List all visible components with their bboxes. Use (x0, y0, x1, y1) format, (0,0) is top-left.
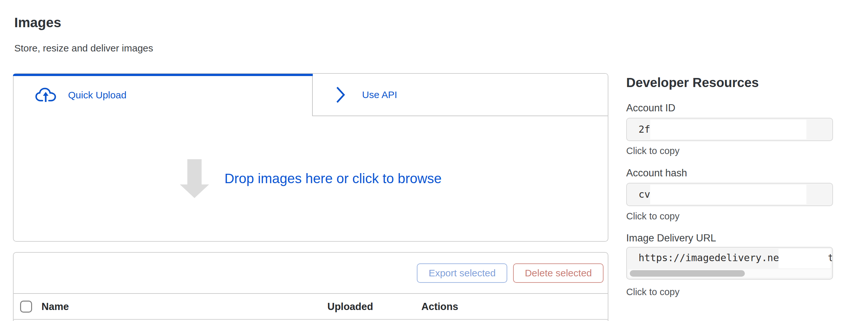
dropzone[interactable]: Drop images here or click to browse (13, 116, 608, 241)
upload-card: Quick Upload Use API Drop images here or… (13, 73, 609, 242)
column-header-name: Name (41, 294, 69, 320)
image-delivery-url-label: Image Delivery URL (626, 232, 716, 244)
select-all-checkbox[interactable] (20, 300, 32, 313)
list-toolbar: Export selected Delete selected (13, 253, 608, 294)
column-header-uploaded: Uploaded (328, 294, 373, 320)
image-list-card: Export selected Delete selected Name Upl… (13, 252, 609, 321)
url-horizontal-scrollbar[interactable] (628, 269, 831, 278)
redaction-overlay (650, 185, 806, 204)
account-hash-label: Account hash (626, 167, 687, 179)
chevron-right-icon (336, 86, 346, 104)
redaction-overlay (779, 249, 831, 268)
table-header-row: Name Uploaded Actions (13, 294, 608, 320)
delete-selected-button[interactable]: Delete selected (513, 263, 603, 283)
account-hash-copy-hint: Click to copy (626, 211, 679, 222)
account-hash-copybox[interactable]: cv0J (626, 183, 833, 206)
page-title: Images (14, 15, 61, 30)
active-tab-indicator (13, 74, 313, 76)
arrow-down-icon (180, 159, 209, 198)
account-id-copy-hint: Click to copy (626, 146, 679, 156)
tab-quick-upload[interactable]: Quick Upload (13, 74, 312, 116)
scrollbar-thumb[interactable] (630, 270, 745, 277)
account-id-copybox[interactable]: 2f3d (626, 118, 833, 141)
column-header-actions: Actions (421, 294, 458, 320)
url-clipped-fragment: t (828, 248, 832, 268)
account-id-label: Account ID (626, 102, 676, 114)
tab-bar: Quick Upload Use API (13, 74, 608, 116)
tab-use-api[interactable]: Use API (312, 74, 608, 116)
redaction-overlay (650, 120, 806, 139)
page-subtitle: Store, resize and deliver images (14, 43, 153, 54)
cloud-upload-icon (35, 87, 56, 103)
tab-label-quick-upload: Quick Upload (68, 90, 126, 101)
developer-resources-heading: Developer Resources (626, 75, 759, 90)
image-delivery-url-copybox[interactable]: https://imagedelivery.net/cv0JS t (626, 247, 833, 280)
export-selected-button[interactable]: Export selected (417, 263, 507, 283)
image-delivery-url-copy-hint: Click to copy (626, 287, 679, 297)
tab-label-use-api: Use API (362, 89, 397, 100)
dropzone-label: Drop images here or click to browse (225, 171, 442, 186)
